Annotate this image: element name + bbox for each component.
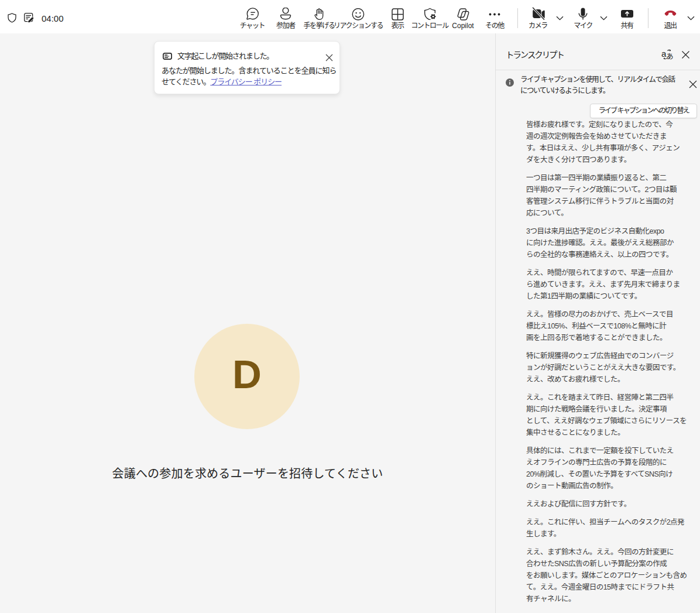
svg-text:あ: あ (667, 53, 674, 60)
